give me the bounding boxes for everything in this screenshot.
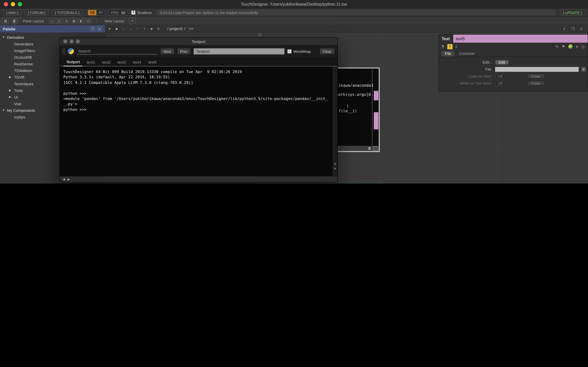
expand-icon[interactable]: + [373, 146, 377, 150]
scroll-down-icon[interactable]: ▼ [333, 166, 337, 171]
tree-arrow-icon[interactable]: ▶ [9, 89, 14, 92]
pane-swap-icon[interactable]: ◧ [11, 18, 18, 24]
add-icon[interactable]: + [141, 26, 148, 32]
zoom-window-icon[interactable] [76, 40, 80, 43]
info-icon[interactable]: i [456, 44, 457, 49]
textport-tab[interactable]: text2 [99, 59, 113, 66]
clear-button[interactable]: Clear [320, 48, 335, 54]
stop-icon[interactable]: ■ [113, 26, 120, 32]
write-pulse-button[interactable]: Pulse [527, 81, 545, 86]
wordwrap-toggle[interactable]: ✓ WordWrap [287, 49, 311, 53]
layout-preset-icon[interactable]: ◰ [85, 18, 92, 23]
textport-tab[interactable]: Textport [63, 58, 83, 67]
layout-preset-icon[interactable]: ▦ [71, 18, 77, 23]
operator-name-field[interactable]: text5 [453, 35, 588, 43]
forum-button[interactable]: [ FORUM ] [25, 9, 49, 15]
target-icon[interactable]: ◎ [581, 44, 585, 49]
console-line: python >>> [63, 91, 328, 96]
page-right-icon[interactable]: ▶ [68, 178, 70, 181]
add-parameter-icon[interactable]: + [576, 44, 578, 49]
comment-icon[interactable]: ⚑ [562, 44, 565, 49]
search-prev-button[interactable]: Prev [177, 48, 191, 54]
file-path-field[interactable] [495, 67, 579, 72]
textport-tab[interactable]: text1 [84, 59, 98, 66]
oi-value: 60 [97, 10, 105, 15]
pane-value[interactable]: 0 [561, 26, 568, 31]
breadcrumb[interactable]: / project1 / [167, 26, 185, 31]
layout-preset-icon[interactable]: ◧ [78, 18, 84, 23]
textport-window-controls [63, 40, 80, 43]
zoom-window-icon[interactable] [18, 2, 22, 6]
textport-target-field[interactable]: Textport [194, 48, 285, 54]
file-browse-button[interactable]: + [581, 67, 586, 72]
realtime-checkbox-icon[interactable]: ✕ [131, 10, 136, 15]
layout-toolbar: ▤ ◧ Pane Layout ▭ ◫ ⊟ ▦ ◧ ◰ New Layout + [0, 17, 588, 25]
parameter-tab[interactable]: Common [456, 51, 478, 57]
scroll-up-icon[interactable]: ▲ [333, 161, 337, 166]
fps-indicator[interactable]: FPS: 60 [108, 9, 128, 15]
wordwrap-label: WordWrap [293, 49, 311, 53]
param-row-file: File + [439, 66, 588, 73]
console-scrollbar[interactable]: ▲ ▼ [333, 67, 337, 176]
help-icon[interactable]: ? [442, 44, 444, 49]
page-left-icon[interactable]: ◀ [63, 178, 65, 181]
write-on-save-toggle[interactable]: Off [495, 81, 505, 86]
node-code-fragment: path(sys.argv[0 [336, 92, 371, 97]
pane-type-dropdown-icon[interactable]: ▾ [106, 26, 113, 32]
python-help-icon[interactable]: ? [447, 44, 452, 49]
reload-icon[interactable]: ↻ [156, 26, 162, 32]
parameter-tab[interactable]: File [441, 50, 455, 57]
breadcrumb-more[interactable]: >> [189, 26, 193, 31]
tutorials-button[interactable]: [ TUTORIALS ] [52, 9, 82, 15]
maximize-pane-icon[interactable]: ❐ [570, 26, 576, 32]
search-next-button[interactable]: Next [160, 48, 174, 54]
close-window-icon[interactable] [4, 2, 8, 6]
forward-arrow-icon[interactable]: → [127, 26, 134, 32]
pane-split-icon[interactable]: ▤ [2, 18, 9, 24]
load-on-start-toggle[interactable]: Off [495, 74, 505, 79]
collapse-pane-icon[interactable]: ⇩ [578, 26, 585, 32]
drag-handle[interactable] [63, 48, 65, 54]
palette-tree-label: OculusRift [14, 55, 32, 59]
edit-comment-icon[interactable]: ✎ [555, 44, 558, 49]
star-icon[interactable]: ★ [148, 26, 155, 32]
viewer-toggle-icon[interactable] [368, 147, 371, 150]
layout-preset-icon[interactable]: ▭ [49, 18, 55, 23]
textport-tab[interactable]: text4 [130, 59, 144, 66]
textport-search-bar: Search Next Prev Textport ✓ WordWrap Cle… [60, 45, 337, 57]
minimize-window-icon[interactable] [70, 40, 73, 43]
parent-arrow-icon[interactable]: ↑ [134, 26, 141, 32]
textport-window[interactable]: Textport Search Next Prev Textport ✓ Wor… [60, 37, 338, 183]
palette-help-button[interactable]: ? [90, 26, 95, 32]
oi-indicator[interactable]: O|I 60 [88, 10, 105, 15]
textport-tab[interactable]: text5 [146, 59, 159, 66]
palette-tree-label: Tools [14, 88, 23, 92]
palette-tree-label: mytips [14, 115, 25, 119]
close-window-icon[interactable] [63, 40, 67, 43]
search-input[interactable]: Search [77, 48, 157, 55]
minimize-window-icon[interactable] [11, 2, 15, 6]
palette-close-button[interactable]: x [97, 26, 102, 32]
textport-console[interactable]: ▲ ▼ TouchDesigner 64-Bit 099 Build 2019.… [60, 67, 337, 176]
layout-preset-icon[interactable]: ◫ [56, 18, 62, 23]
oi-badge[interactable]: O|I [88, 10, 97, 15]
layout-preset-icon[interactable]: ⊟ [63, 18, 70, 23]
palette-color-icon[interactable] [568, 44, 573, 49]
textport-tab[interactable]: text3 [115, 59, 129, 66]
node-scrollbar-segment[interactable] [374, 91, 378, 100]
wiki-button[interactable]: [ WIKI ] [3, 9, 22, 15]
tree-arrow-icon[interactable]: ▶ [9, 95, 14, 99]
back-arrow-icon[interactable]: ← [121, 26, 127, 32]
load-pulse-button[interactable]: Pulse [527, 74, 545, 79]
wordwrap-checkbox-icon[interactable]: ✓ [287, 49, 292, 53]
edit-button[interactable]: Edit [495, 60, 509, 65]
add-layout-button[interactable]: + [129, 18, 136, 24]
tree-arrow-icon[interactable]: ▼ [2, 36, 7, 39]
tree-arrow-icon[interactable]: ▶ [9, 75, 14, 79]
textport-titlebar[interactable]: Textport [60, 38, 337, 45]
realtime-toggle[interactable]: ✕ Realtime [131, 10, 152, 15]
node-scrollbar-segment[interactable] [374, 112, 378, 129]
palette-tree-label: Techniques [14, 82, 34, 86]
update-button[interactable]: [ UPDATE ] [560, 9, 585, 15]
tree-arrow-icon[interactable]: ▼ [2, 109, 7, 112]
